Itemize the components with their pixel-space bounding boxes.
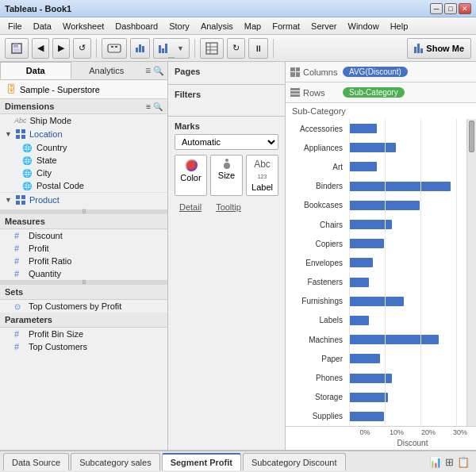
chart-label-appliances: Appliances (286, 138, 346, 157)
bar-row-labels[interactable] (349, 311, 466, 330)
bar-row-accessories[interactable] (349, 119, 466, 138)
param-profit-bin-size[interactable]: # Profit Bin Size (0, 328, 167, 340)
menu-analysis[interactable]: Analysis (196, 20, 238, 33)
menu-help[interactable]: Help (386, 20, 413, 33)
dim-city[interactable]: 🌐 City (0, 167, 167, 179)
new-dashboard-icon[interactable]: ⊞ (445, 456, 454, 468)
toolbar-connect[interactable] (102, 38, 127, 59)
bar-row-phones[interactable] (349, 368, 466, 387)
tab-analytics[interactable]: Analytics (71, 62, 143, 79)
save-icon (10, 42, 23, 55)
toolbar-refresh[interactable]: ↻ (227, 38, 245, 59)
scrollbar-thumb[interactable] (469, 121, 474, 152)
toolbar-chart1[interactable] (130, 38, 150, 59)
bar-row-envelopes[interactable] (349, 253, 466, 272)
menu-data[interactable]: Data (29, 20, 56, 33)
bar-row-art[interactable] (349, 157, 466, 176)
menu-window[interactable]: Window (344, 20, 384, 33)
menu-dashboard[interactable]: Dashboard (110, 20, 163, 33)
bar-furnishings (349, 297, 404, 306)
bar-envelopes (349, 258, 373, 267)
measure-profit-ratio[interactable]: # Profit Ratio (0, 255, 167, 267)
show-me-button[interactable]: Show Me (407, 38, 471, 59)
bar-row-supplies[interactable] (349, 407, 466, 426)
chart-bars-area[interactable] (349, 119, 466, 426)
rows-shelf: Rows Sub-Category (286, 83, 476, 103)
toolbar-table[interactable] (200, 38, 224, 59)
sets-label: Sets (5, 287, 23, 297)
toolbar: ◀ ▶ ↺ ▼ ↻ ⏸ (0, 35, 476, 62)
chart-label-envelopes: Envelopes (286, 253, 346, 272)
globe-icon-city: 🌐 (22, 169, 33, 178)
rows-pill[interactable]: Sub-Category (343, 87, 405, 98)
bar-row-fasteners[interactable] (349, 273, 466, 292)
bar-chart2-icon (159, 44, 175, 53)
dim-state[interactable]: 🌐 State (0, 154, 167, 167)
tab-subcategory-sales[interactable]: Subcategory sales (71, 453, 160, 470)
toolbar-reload[interactable]: ↺ (73, 38, 91, 59)
chart-label-paper: Paper (286, 349, 346, 368)
param-top-customers[interactable]: # Top Customers (0, 340, 167, 353)
toolbar-pause[interactable]: ⏸ (248, 38, 268, 59)
new-story-icon[interactable]: 📋 (457, 456, 470, 468)
toolbar-back[interactable]: ◀ (32, 38, 49, 59)
toolbar-forward[interactable]: ▶ (52, 38, 70, 59)
tab-segment-profit[interactable]: Segment Profit (162, 453, 241, 470)
bar-row-storage[interactable] (349, 388, 466, 407)
datasource-label[interactable]: Sample - Superstore (20, 85, 100, 94)
columns-pill[interactable]: AVG(Discount) (343, 67, 408, 77)
marks-tooltip-btn[interactable]: Tooltip (211, 201, 246, 213)
label-btn-label: Label (251, 182, 273, 192)
toolbar-chart2[interactable]: ▼ (153, 38, 190, 59)
bar-row-copiers[interactable] (349, 234, 466, 253)
parameters-header: Parameters (0, 313, 167, 328)
group-location-header[interactable]: ▼ Location (0, 127, 167, 141)
bar-row-bookcases[interactable] (349, 196, 466, 215)
panel-search-icon[interactable]: 🔍 (153, 66, 164, 76)
menu-server[interactable]: Server (306, 20, 341, 33)
menu-format[interactable]: Format (267, 20, 305, 33)
bar-row-furnishings[interactable] (349, 292, 466, 311)
bar-row-binders[interactable] (349, 177, 466, 196)
measure-discount-label: Discount (29, 231, 63, 240)
dim-postal-code[interactable]: 🌐 Postal Code (0, 179, 167, 192)
chart-labels: AccessoriesAppliancesArtBindersBookcases… (286, 119, 349, 426)
measure-profit[interactable]: # Profit (0, 242, 167, 255)
maximize-button[interactable]: □ (444, 3, 457, 14)
dims-list-icon[interactable]: ≡ (146, 102, 151, 111)
bar-row-machines[interactable] (349, 330, 466, 349)
toolbar-save[interactable] (5, 38, 29, 59)
bar-row-appliances[interactable] (349, 138, 466, 157)
tab-segment-profit-label: Segment Profit (171, 458, 232, 467)
tab-subcategory-discount[interactable]: Subcategory Discount (243, 453, 346, 470)
svg-rect-4 (111, 46, 113, 48)
dim-country[interactable]: 🌐 Country (0, 141, 167, 154)
marks-type-select[interactable]: Automatic Bar Line Area Circle (175, 134, 278, 150)
menu-worksheet[interactable]: Worksheet (58, 20, 109, 33)
bar-row-paper[interactable] (349, 349, 466, 368)
group-product-header[interactable]: ▼ Product (0, 193, 167, 207)
toolbar-separator-1 (96, 39, 97, 58)
tab-data[interactable]: Data (0, 62, 71, 79)
chart-scrollbar[interactable] (466, 119, 476, 426)
tab-data-source[interactable]: Data Source (3, 453, 69, 470)
dims-search-icon[interactable]: 🔍 (153, 102, 163, 111)
marks-size-btn[interactable]: Size (210, 155, 243, 196)
svg-rect-11 (21, 129, 25, 133)
dim-ship-mode[interactable]: Abc Ship Mode (0, 114, 167, 127)
close-button[interactable]: ✕ (459, 3, 471, 14)
marks-color-btn[interactable]: Color (175, 155, 207, 196)
set-top-customers[interactable]: ⊙ Top Customers by Profit (0, 300, 167, 313)
measure-discount[interactable]: # Discount (0, 229, 167, 242)
menu-file[interactable]: File (3, 20, 27, 33)
abc-icon-shipmode: Abc (14, 117, 27, 125)
new-sheet-icon[interactable]: 📊 (429, 456, 442, 468)
menu-story[interactable]: Story (164, 20, 194, 33)
menu-map[interactable]: Map (240, 20, 266, 33)
minimize-button[interactable]: ─ (430, 3, 443, 14)
marks-label-btn[interactable]: Abc123 Label (246, 155, 278, 196)
bar-row-chairs[interactable] (349, 215, 466, 234)
marks-detail-btn[interactable]: Detail (175, 201, 206, 213)
panel-menu-icon[interactable]: ≡ (145, 65, 151, 76)
panel-tabs: Data Analytics ≡ 🔍 (0, 62, 167, 80)
